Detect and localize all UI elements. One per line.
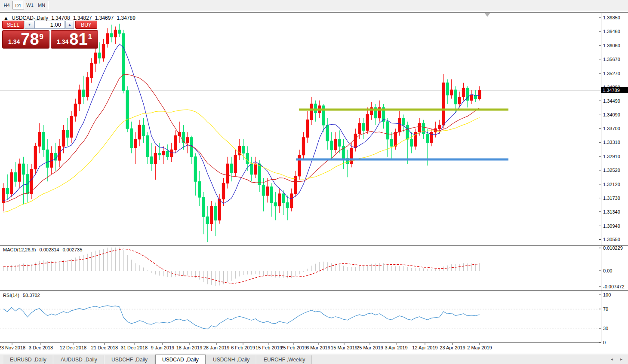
chart-symbol-header: ▲ USDCAD-,Daily 1.34708 1.34827 1.34697 … — [3, 15, 137, 21]
time-axis-label: 23 Nov 2018 — [0, 345, 25, 350]
chart-tab-eurchf[interactable]: EURCHF-,Weekly — [257, 355, 312, 364]
sell-price-prefix: 1.34 — [8, 38, 20, 45]
macd-value-signal: 0.002735 — [62, 247, 82, 252]
tab-scroll-left-icon[interactable]: ◂ — [611, 357, 613, 361]
time-axis-label: 28 Jan 2019 — [203, 345, 230, 350]
time-axis-label: 3 Apr 2019 — [385, 345, 407, 350]
chart-tab-usdcnh[interactable]: USDCNH-,Daily — [206, 355, 256, 364]
ohlc-close: 1.34789 — [117, 15, 135, 21]
indicator-axis-label: -0.007472 — [603, 284, 625, 289]
price-axis-label: 1.34090 — [603, 112, 620, 117]
price-axis-label: 1.36460 — [603, 29, 620, 34]
volume-decrease-button[interactable]: ▼ — [25, 21, 34, 29]
time-axis-line — [0, 343, 601, 343]
tab-scroll-right-icon[interactable]: ▸ — [620, 357, 622, 361]
buy-price-big: 81 — [69, 31, 87, 47]
time-axis-label: 25 Feb 2019 — [280, 345, 307, 350]
current-price-tag: 1.34789 — [601, 87, 628, 93]
price-axis-label: 1.36060 — [603, 43, 620, 48]
time-axis-label: 15 Feb 2019 — [256, 345, 282, 350]
macd-label: MACD(12,26,9) 0.002814 0.002735 — [3, 247, 84, 252]
price-axis-line — [601, 13, 601, 343]
price-axis-label: 1.36850 — [603, 15, 620, 20]
price-axis-label: 1.35670 — [603, 57, 620, 62]
one-click-trading-panel: SELL ▼ ▲ BUY 1.34 78 9 1.34 81 1 — [2, 21, 99, 29]
price-axis-label: 1.33310 — [603, 140, 620, 145]
price-axis-label: 1.30550 — [603, 237, 620, 242]
time-axis-label: 3 Dec 2018 — [29, 345, 53, 350]
sell-price-big: 78 — [21, 31, 39, 47]
volume-increase-button[interactable]: ▲ — [65, 21, 74, 29]
time-axis-label: 23 Apr 2019 — [440, 345, 465, 350]
chart-tab-usdcad[interactable]: USDCAD-,Daily — [155, 355, 206, 364]
ohlc-low: 1.34697 — [95, 15, 114, 21]
price-axis-label: 1.30940 — [603, 223, 620, 229]
mt4-chart-window: H4 D1 W1 MN ▲ USDCAD-,Daily 1.34708 1.34… — [0, 0, 628, 364]
rsi-name: RSI(14) — [3, 293, 19, 298]
timeframe-tab-h4[interactable]: H4 — [1, 1, 12, 9]
sell-button[interactable]: SELL — [2, 21, 24, 29]
price-axis-label: 1.32120 — [603, 182, 620, 187]
macd-pane-separator[interactable] — [0, 245, 628, 246]
rsi-line — [3, 306, 480, 329]
price-axis-label: 1.35270 — [603, 71, 620, 76]
chart-tab-usdchf[interactable]: USDCHF-,Daily — [105, 355, 154, 364]
time-axis-label: 9 Jan 2019 — [151, 345, 174, 350]
indicator-axis-label: 100 — [603, 292, 611, 297]
time-axis-label: 21 Dec 2018 — [91, 345, 118, 350]
rsi-label: RSI(14) 58.3702 — [3, 293, 42, 298]
macd-value-main: 0.002814 — [39, 247, 59, 252]
ohlc-high: 1.34827 — [73, 15, 92, 21]
timeframe-tab-w1[interactable]: W1 — [24, 1, 36, 9]
time-axis-label: 2 May 2019 — [467, 345, 492, 350]
price-axis-label: 1.31340 — [603, 209, 620, 214]
indicator-axis-label: 0 — [603, 340, 606, 345]
timeframe-tab-d1[interactable]: D1 — [12, 1, 24, 9]
price-axis-label: 1.31730 — [603, 196, 620, 201]
time-axis-label: 31 Dec 2018 — [121, 345, 148, 350]
price-axis-label: 1.34490 — [603, 98, 620, 104]
macd-signal-line — [3, 249, 480, 283]
symbol-name: USDCAD-,Daily — [12, 15, 48, 21]
buy-price-box[interactable]: 1.34 81 1 — [51, 30, 98, 49]
time-axis-label: 18 Jan 2019 — [176, 345, 203, 350]
timeframe-toolbar: H4 D1 W1 MN — [0, 0, 628, 11]
volume-input[interactable] — [34, 21, 65, 29]
rsi-pane-separator[interactable] — [0, 290, 628, 291]
toolbar-separator — [48, 1, 49, 9]
rsi-value: 58.3702 — [23, 293, 40, 298]
sell-price-pip: 9 — [40, 33, 43, 41]
macd-name: MACD(12,26,9) — [3, 247, 36, 252]
time-axis-label: 6 Feb 2019 — [231, 345, 255, 350]
sell-price-box[interactable]: 1.34 78 9 — [2, 30, 49, 49]
price-axis-label: 1.33700 — [603, 126, 620, 131]
chart-tab-audusd[interactable]: AUDUSD-,Daily — [54, 355, 104, 364]
buy-price-pip: 1 — [88, 33, 92, 41]
time-axis-label: 12 Dec 2018 — [60, 345, 86, 350]
indicator-axis-label: 0.00 — [603, 268, 612, 273]
buy-price-prefix: 1.34 — [57, 38, 68, 45]
time-axis-label: 25 Mar 2019 — [357, 345, 383, 350]
ohlc-open: 1.34708 — [51, 15, 70, 21]
chart-tab-eurusd[interactable]: EURUSD-,Daily — [3, 355, 53, 364]
indicator-axis-label: 0.010229 — [603, 245, 623, 251]
indicator-axis-label: 70 — [603, 306, 608, 312]
indicator-axis-label: 30 — [603, 326, 608, 331]
timeframe-tab-mn[interactable]: MN — [36, 1, 47, 9]
price-axis-label: 1.32520 — [603, 168, 620, 173]
time-axis-label: 12 Apr 2019 — [412, 345, 437, 350]
chart-tab-bar: ◂ ▸ EURUSD-,DailyAUDUSD-,DailyUSDCHF-,Da… — [0, 354, 628, 364]
time-axis-label: 6 Mar 2019 — [306, 345, 330, 350]
trade-panel-top-row: SELL ▼ ▲ BUY — [2, 21, 99, 29]
collapse-triangle-icon[interactable]: ▲ — [3, 15, 9, 21]
price-axis-label: 1.32910 — [603, 154, 620, 159]
time-axis-label: 15 Mar 2019 — [331, 345, 357, 350]
buy-button[interactable]: BUY — [75, 21, 97, 29]
